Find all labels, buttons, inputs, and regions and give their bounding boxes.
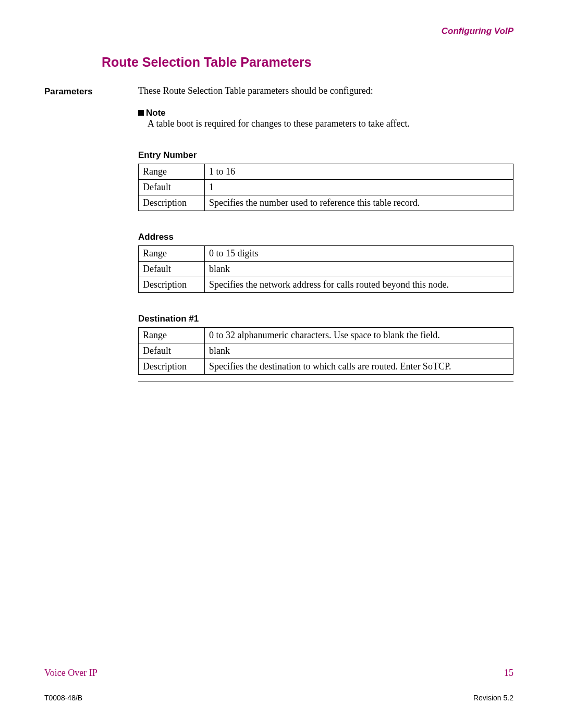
cell-label: Description xyxy=(139,195,205,211)
cell-value: 1 to 16 xyxy=(205,164,513,180)
table-row: Default 1 xyxy=(139,180,513,195)
cell-label: Range xyxy=(139,246,205,262)
param-heading: Entry Number xyxy=(138,150,513,161)
table-row: Default blank xyxy=(139,262,513,277)
param-table: Range 1 to 16 Default 1 Description Spec… xyxy=(138,164,513,211)
intro-text: These Route Selection Table parameters s… xyxy=(138,85,513,96)
param-table: Range 0 to 15 digits Default blank Descr… xyxy=(138,245,513,293)
cell-label: Range xyxy=(139,328,205,343)
sidebar-label: Parameters xyxy=(44,85,138,97)
page-header: Configuring VoIP xyxy=(44,26,513,36)
note-label: Note xyxy=(146,108,166,118)
cell-value: Specifies the network address for calls … xyxy=(205,277,513,293)
footer-left: Voice Over IP xyxy=(44,668,97,678)
param-section-address: Address Range 0 to 15 digits Default bla… xyxy=(138,232,513,293)
doc-id: T0008-48/B xyxy=(44,694,82,702)
note-marker-icon xyxy=(138,110,144,116)
cell-label: Default xyxy=(139,180,205,195)
cell-value: 0 to 15 digits xyxy=(205,246,513,262)
cell-label: Description xyxy=(139,277,205,293)
table-row: Description Specifies the network addres… xyxy=(139,277,513,293)
param-table: Range 0 to 32 alphanumeric characters. U… xyxy=(138,327,513,375)
revision: Revision 5.2 xyxy=(473,694,513,702)
param-section-destination-1: Destination #1 Range 0 to 32 alphanumeri… xyxy=(138,314,513,375)
table-row: Description Specifies the destination to… xyxy=(139,359,513,375)
footer-primary: Voice Over IP 15 xyxy=(44,668,513,678)
table-row: Default blank xyxy=(139,343,513,359)
section-divider xyxy=(138,381,513,381)
cell-value: 0 to 32 alphanumeric characters. Use spa… xyxy=(205,328,513,343)
table-row: Range 0 to 32 alphanumeric characters. U… xyxy=(139,328,513,343)
page-number: 15 xyxy=(504,668,513,678)
param-section-entry-number: Entry Number Range 1 to 16 Default 1 Des… xyxy=(138,150,513,211)
footer-secondary: T0008-48/B Revision 5.2 xyxy=(44,694,513,702)
param-heading: Address xyxy=(138,232,513,242)
page-title: Route Selection Table Parameters xyxy=(102,55,513,70)
note-text: A table boot is required for changes to … xyxy=(148,118,513,129)
param-heading: Destination #1 xyxy=(138,314,513,324)
cell-label: Default xyxy=(139,262,205,277)
cell-value: Specifies the destination to which calls… xyxy=(205,359,513,375)
note-block: Note A table boot is required for change… xyxy=(138,108,513,129)
table-row: Range 0 to 15 digits xyxy=(139,246,513,262)
cell-value: blank xyxy=(205,343,513,359)
cell-label: Range xyxy=(139,164,205,180)
table-row: Range 1 to 16 xyxy=(139,164,513,180)
cell-label: Default xyxy=(139,343,205,359)
cell-label: Description xyxy=(139,359,205,375)
cell-value: blank xyxy=(205,262,513,277)
cell-value: Specifies the number used to reference t… xyxy=(205,195,513,211)
cell-value: 1 xyxy=(205,180,513,195)
table-row: Description Specifies the number used to… xyxy=(139,195,513,211)
